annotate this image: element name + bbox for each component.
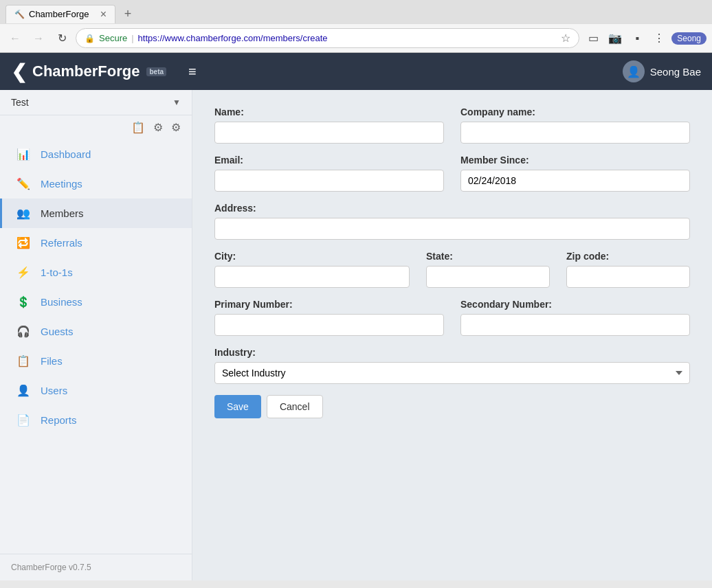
secondary-number-input[interactable] [460, 314, 690, 336]
sidebar-item-label: 1-to-1s [41, 267, 73, 278]
sidebar-org-chevron: ▼ [173, 98, 181, 107]
cancel-button[interactable]: Cancel [267, 395, 323, 418]
app-body: Test ▼ 📋 ⚙ ⚙ 📊 Dashboard ✏️ Meetings 👥 [0, 90, 712, 580]
sidebar-settings-icon-2[interactable]: ⚙ [171, 121, 181, 134]
sidebar-item-label: Users [41, 385, 67, 396]
back-button[interactable]: ← [5, 29, 25, 48]
refresh-button[interactable]: ↻ [52, 29, 71, 48]
form-actions: Save Cancel [214, 395, 690, 418]
sidebar-item-label: Business [41, 296, 82, 308]
form-group-member-since: Member Since: [460, 155, 690, 192]
name-input[interactable] [214, 122, 444, 144]
form-row-6: Industry: Select Industry Technology Hea… [214, 347, 690, 384]
form-group-primary-number: Primary Number: [214, 299, 444, 336]
meetings-icon: ✏️ [16, 177, 31, 190]
address-input[interactable] [214, 218, 690, 240]
browser-tab-favicon: 🔨 [14, 10, 25, 19]
logo-icon: ❮ [11, 60, 27, 83]
sidebar-org-name: Test [11, 97, 29, 108]
browser-actions: ▭ 📷 ▪ ⋮ Seong [583, 29, 707, 48]
members-icon: 👥 [16, 207, 31, 220]
user-avatar: 👤 [623, 60, 645, 82]
sidebar-item-guests[interactable]: 🎧 Guests [0, 317, 192, 346]
reports-icon: 📄 [16, 414, 31, 427]
sidebar-item-referrals[interactable]: 🔁 Referrals [0, 228, 192, 258]
form-row-2: Email: Member Since: [214, 155, 690, 192]
member-since-label: Member Since: [460, 155, 690, 166]
url-separator: | [131, 33, 133, 43]
secondary-number-label: Secondary Number: [460, 299, 690, 310]
screenshot-button[interactable]: 📷 [605, 29, 625, 48]
browser-toolbar: ← → ↻ 🔒 Secure | https://www.chamberforg… [0, 23, 712, 52]
primary-number-label: Primary Number: [214, 299, 444, 310]
sidebar-list-icon[interactable]: 📋 [131, 121, 145, 134]
extensions-button[interactable]: ▪ [627, 29, 647, 48]
beta-badge: beta [146, 67, 166, 76]
form-row-1: Name: Company name: [214, 106, 690, 144]
browser-menu-button[interactable]: ⋮ [649, 29, 669, 48]
industry-label: Industry: [214, 347, 690, 358]
browser-tab[interactable]: 🔨 ChamberForge × [5, 5, 115, 23]
sidebar: Test ▼ 📋 ⚙ ⚙ 📊 Dashboard ✏️ Meetings 👥 [0, 90, 192, 580]
browser-user-chip[interactable]: Seong [671, 32, 707, 45]
sidebar-icon-row: 📋 ⚙ ⚙ [0, 115, 192, 139]
header-username: Seong Bae [650, 66, 701, 78]
primary-number-input[interactable] [214, 314, 444, 336]
sidebar-item-label: Members [41, 207, 84, 219]
sidebar-item-1to1s[interactable]: ⚡ 1-to-1s [0, 258, 192, 287]
business-icon: 💲 [16, 295, 31, 308]
app-logo[interactable]: ❮ ChamberForge beta [11, 60, 166, 83]
form-group-city: City: [214, 251, 410, 288]
app-header: ❮ ChamberForge beta ≡ 👤 Seong Bae [0, 53, 712, 90]
browser-titlebar: 🔨 ChamberForge × + [0, 0, 712, 23]
sidebar-settings-icon-1[interactable]: ⚙ [153, 121, 163, 134]
form-group-zip: Zip code: [566, 251, 690, 288]
header-user[interactable]: 👤 Seong Bae [623, 60, 701, 82]
sidebar-item-dashboard[interactable]: 📊 Dashboard [0, 139, 192, 169]
forward-button[interactable]: → [29, 29, 48, 48]
form-group-address: Address: [214, 203, 690, 240]
address-bar[interactable]: 🔒 Secure | https://www.chamberforge.com/… [76, 28, 579, 48]
zip-input[interactable] [566, 266, 690, 288]
sidebar-item-label: Files [41, 355, 63, 367]
industry-select[interactable]: Select Industry Technology Healthcare Fi… [214, 362, 690, 384]
email-input[interactable] [214, 170, 444, 192]
form-row-5: Primary Number: Secondary Number: [214, 299, 690, 336]
save-button[interactable]: Save [214, 395, 261, 418]
sidebar-footer: ChamberForge v0.7.5 [0, 554, 192, 580]
browser-tab-close[interactable]: × [100, 9, 107, 20]
state-input[interactable] [426, 266, 550, 288]
sidebar-item-reports[interactable]: 📄 Reports [0, 405, 192, 435]
app-wrapper: ❮ ChamberForge beta ≡ 👤 Seong Bae Test ▼… [0, 53, 712, 580]
url-text: https://www.chamberforge.com/members/cre… [138, 33, 557, 43]
new-tab-button[interactable]: + [118, 4, 137, 23]
company-name-input[interactable] [460, 122, 690, 144]
sidebar-item-members[interactable]: 👥 Members [0, 199, 192, 228]
sidebar-org[interactable]: Test ▼ [0, 90, 192, 115]
name-label: Name: [214, 106, 444, 117]
referrals-icon: 🔁 [16, 236, 31, 249]
company-name-label: Company name: [460, 106, 690, 117]
1to1s-icon: ⚡ [16, 266, 31, 279]
member-since-input[interactable] [460, 170, 690, 192]
sidebar-item-business[interactable]: 💲 Business [0, 287, 192, 317]
sidebar-item-users[interactable]: 👤 Users [0, 376, 192, 405]
logo-text: ChamberForge [32, 63, 140, 80]
form-group-name: Name: [214, 106, 444, 144]
city-input[interactable] [214, 266, 410, 288]
form-row-4: City: State: Zip code: [214, 251, 690, 288]
create-member-form: Name: Company name: Email: Memb [214, 106, 690, 418]
sidebar-item-label: Referrals [41, 237, 82, 249]
bookmark-icon[interactable]: ☆ [561, 32, 570, 45]
hamburger-button[interactable]: ≡ [183, 61, 202, 82]
state-label: State: [426, 251, 550, 262]
files-icon: 📋 [16, 354, 31, 368]
city-label: City: [214, 251, 410, 262]
sidebar-nav: 📊 Dashboard ✏️ Meetings 👥 Members 🔁 Refe… [0, 139, 192, 554]
sidebar-item-meetings[interactable]: ✏️ Meetings [0, 169, 192, 199]
cast-button[interactable]: ▭ [583, 29, 603, 48]
guests-icon: 🎧 [16, 325, 31, 338]
form-group-secondary-number: Secondary Number: [460, 299, 690, 336]
form-group-state: State: [426, 251, 550, 288]
sidebar-item-files[interactable]: 📋 Files [0, 346, 192, 376]
